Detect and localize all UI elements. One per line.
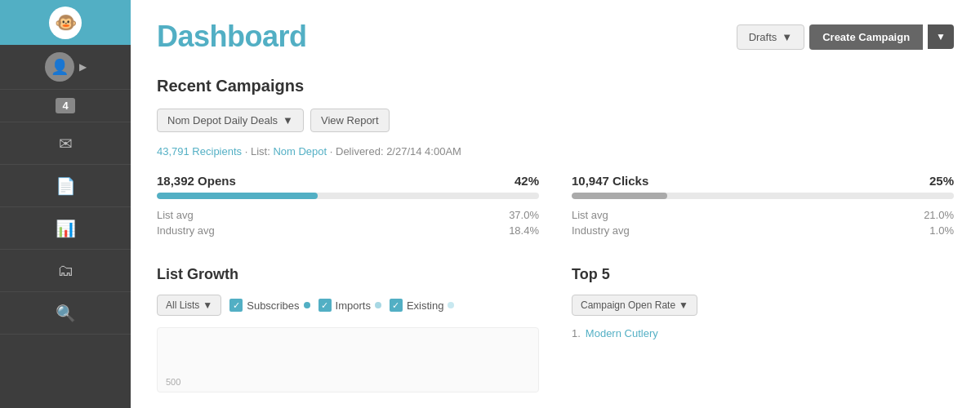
opens-progress-track: [157, 193, 539, 199]
subscribes-label: Subscribes: [247, 299, 299, 312]
subscribes-dot: [304, 302, 310, 308]
templates-icon: 📄: [56, 176, 76, 196]
top5-title: Top 5: [572, 266, 954, 283]
lists-icon: 🗂: [57, 261, 74, 280]
avatar-chevron-icon: ▶: [79, 61, 87, 73]
clicks-industry-avg-val: 1.0%: [929, 224, 954, 237]
stats-grid: 18,392 Opens 42% List avg 37.0% Industry…: [157, 174, 954, 240]
clicks-industry-avg: Industry avg 1.0%: [572, 224, 954, 237]
imports-dot: [375, 302, 381, 308]
opens-list-avg-val: 37.0%: [509, 209, 539, 221]
clicks-industry-avg-label: Industry avg: [572, 224, 630, 237]
list-item: 1. Modern Cutlery: [572, 327, 954, 339]
badge-count: 4: [56, 98, 74, 113]
create-dropdown-chevron-icon: ▼: [936, 31, 946, 42]
sidebar-logo: 🐵: [0, 0, 131, 45]
campaign-meta: 43,791 Recipients · List: Nom Depot · De…: [157, 145, 954, 157]
open-rate-chevron-icon: ▼: [679, 299, 688, 311]
all-lists-button[interactable]: All Lists ▼: [157, 295, 221, 316]
existing-dot: [448, 302, 454, 308]
imports-checkbox[interactable]: ✓ Imports: [318, 299, 381, 312]
drafts-chevron-icon: ▼: [782, 31, 792, 43]
create-campaign-dropdown-button[interactable]: ▼: [928, 24, 954, 49]
clicks-list-avg-label: List avg: [572, 209, 608, 221]
opens-label: 18,392 Opens: [157, 174, 236, 188]
list-growth-title: List Growth: [157, 266, 539, 283]
page-header: Dashboard Drafts ▼ Create Campaign ▼: [157, 20, 954, 54]
create-campaign-button[interactable]: Create Campaign: [809, 24, 923, 50]
recent-campaigns-section: Recent Campaigns Nom Depot Daily Deals ▼…: [157, 77, 954, 240]
opens-industry-avg-val: 18.4%: [509, 224, 539, 237]
opens-list-avg: List avg 37.0%: [157, 209, 539, 221]
opens-progress-fill: [157, 193, 318, 199]
drafts-label: Drafts: [749, 31, 777, 43]
delivered-text: ·: [330, 145, 336, 157]
header-actions: Drafts ▼ Create Campaign ▼: [737, 24, 954, 50]
existing-label: Existing: [407, 299, 444, 312]
opens-header: 18,392 Opens 42%: [157, 174, 539, 188]
reports-icon: 📊: [56, 219, 76, 238]
subscribes-check-icon: ✓: [229, 299, 243, 312]
clicks-list-avg: List avg 21.0%: [572, 209, 954, 221]
recent-campaigns-title: Recent Campaigns: [157, 77, 954, 95]
campaigns-icon: ✉: [59, 134, 73, 153]
clicks-pct: 25%: [929, 174, 954, 188]
existing-check-icon: ✓: [390, 299, 403, 312]
user-avatar-container[interactable]: 👤 ▶: [0, 45, 131, 90]
top5-list: 1. Modern Cutlery: [572, 327, 954, 339]
top5-rank: 1.: [572, 327, 581, 339]
sidebar-item-reports[interactable]: 📊: [0, 207, 131, 250]
sidebar: 🐵 👤 ▶ 4 ✉ 📄 📊 🗂 🔍: [0, 0, 131, 408]
open-rate-filter-label: Campaign Open Rate: [581, 299, 675, 311]
list-growth-section: List Growth All Lists ▼ ✓ Subscribes ✓ I…: [157, 266, 539, 392]
opens-pct: 42%: [514, 174, 539, 188]
notifications-badge[interactable]: 4: [0, 90, 131, 122]
campaign-select-chevron-icon: ▼: [283, 114, 293, 126]
page-title: Dashboard: [157, 20, 307, 54]
sidebar-item-lists[interactable]: 🗂: [0, 250, 131, 292]
existing-checkbox[interactable]: ✓ Existing: [390, 299, 455, 312]
avatar: 👤: [45, 52, 74, 82]
opens-industry-avg: Industry avg 18.4%: [157, 224, 539, 237]
campaign-select-label: Nom Depot Daily Deals: [167, 114, 278, 126]
all-lists-chevron-icon: ▼: [203, 299, 212, 311]
view-report-button[interactable]: View Report: [310, 109, 390, 132]
list-growth-chart: 500: [157, 327, 539, 392]
clicks-progress-track: [572, 193, 954, 199]
opens-list-avg-label: List avg: [157, 209, 194, 221]
all-lists-label: All Lists: [166, 299, 199, 311]
mailchimp-logo-icon: 🐵: [49, 7, 82, 39]
top5-section: Top 5 Campaign Open Rate ▼ 1. Modern Cut…: [572, 266, 954, 392]
opens-industry-avg-label: Industry avg: [157, 224, 215, 237]
open-rate-filter-button[interactable]: Campaign Open Rate ▼: [572, 295, 697, 316]
clicks-header: 10,947 Clicks 25%: [572, 174, 954, 188]
clicks-progress-fill: [572, 193, 667, 199]
sidebar-item-campaigns[interactable]: ✉: [0, 122, 131, 165]
clicks-list-avg-val: 21.0%: [924, 209, 954, 221]
chart-y-label: 500: [166, 377, 180, 387]
campaign-controls: Nom Depot Daily Deals ▼ View Report: [157, 109, 954, 132]
subscribes-checkbox[interactable]: ✓ Subscribes: [229, 299, 310, 312]
sidebar-item-search[interactable]: 🔍: [0, 292, 131, 335]
recipients-link[interactable]: 43,791 Recipients: [157, 145, 242, 157]
growth-controls: All Lists ▼ ✓ Subscribes ✓ Imports ✓ Exi…: [157, 295, 539, 316]
clicks-stat: 10,947 Clicks 25% List avg 21.0% Industr…: [572, 174, 954, 240]
main-content: Dashboard Drafts ▼ Create Campaign ▼ Rec…: [131, 0, 980, 408]
delivered-date: Delivered: 2/27/14 4:00AM: [336, 145, 461, 157]
campaign-select-button[interactable]: Nom Depot Daily Deals ▼: [157, 109, 304, 132]
imports-check-icon: ✓: [318, 299, 332, 312]
top5-item-link[interactable]: Modern Cutlery: [586, 327, 658, 339]
bottom-grid: List Growth All Lists ▼ ✓ Subscribes ✓ I…: [157, 266, 954, 392]
opens-stat: 18,392 Opens 42% List avg 37.0% Industry…: [157, 174, 539, 240]
search-icon: 🔍: [56, 304, 76, 323]
sidebar-item-templates[interactable]: 📄: [0, 165, 131, 207]
clicks-label: 10,947 Clicks: [572, 174, 648, 188]
drafts-button[interactable]: Drafts ▼: [737, 24, 805, 50]
list-link[interactable]: Nom Depot: [273, 145, 327, 157]
imports-label: Imports: [336, 299, 371, 312]
